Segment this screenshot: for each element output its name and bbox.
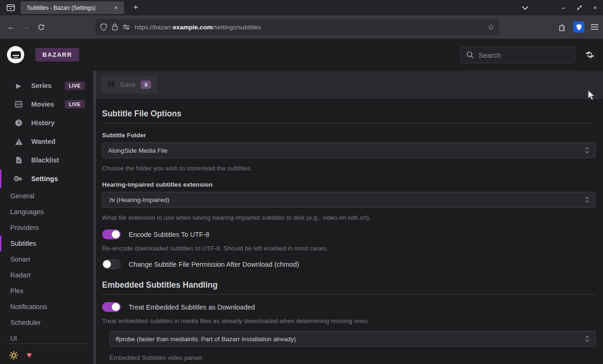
- browser-window: Subtitles - Bazarr (Settings) × + – × ← …: [0, 0, 603, 364]
- subtitle-folder-select[interactable]: AlongSide Media File: [102, 142, 596, 158]
- restore-window-button[interactable]: [571, 5, 587, 11]
- sidebar-item-languages[interactable]: Languages: [0, 204, 93, 220]
- back-icon[interactable]: ←: [4, 20, 19, 34]
- sidebar-item-settings[interactable]: ⚙⚙ Settings: [0, 169, 93, 188]
- section-title: Subtitle File Options: [102, 109, 596, 119]
- theme-sun-icon[interactable]: [9, 351, 18, 360]
- gear-icon[interactable]: [585, 50, 595, 60]
- settings-content: Subtitle File Options Subtitle Folder Al…: [96, 99, 603, 364]
- treat-embedded-help: Treat embedded subtitles in media files …: [102, 317, 596, 324]
- save-button[interactable]: Save 0: [101, 75, 158, 94]
- play-icon: ▶: [14, 82, 23, 89]
- menu-icon[interactable]: [591, 24, 598, 30]
- hi-extension-help: What file extension to use when saving h…: [102, 214, 596, 221]
- bookmark-star-icon[interactable]: ☆: [487, 22, 494, 32]
- forward-icon[interactable]: →: [19, 20, 34, 34]
- sidebar-footer-divider: [5, 344, 89, 344]
- bazarr-logo[interactable]: [7, 46, 24, 63]
- subtitle-folder-help: Choose the folder you wish to store/read…: [102, 165, 596, 172]
- sidebar: ▶ Series LIVE Movies LIVE History Wanted: [0, 71, 93, 364]
- url-bar[interactable]: https://bazarr.example.com/settings/subt…: [96, 19, 499, 35]
- utf8-toggle[interactable]: [102, 229, 121, 239]
- tab-close-icon[interactable]: ×: [113, 4, 119, 11]
- toggle-knob: [112, 230, 120, 238]
- toggle-knob: [112, 303, 120, 311]
- hi-extension-label: Hearing-impaired subtitles extension: [102, 181, 596, 188]
- list-all-tabs-icon[interactable]: [522, 6, 528, 10]
- mouse-cursor: [586, 90, 596, 101]
- close-window-button[interactable]: ×: [587, 4, 603, 11]
- save-count-badge: 0: [141, 81, 151, 89]
- browser-toolbar: ← → https://bazarr.example.com/settings/…: [0, 15, 603, 39]
- brand-badge[interactable]: BAZARR: [35, 48, 79, 61]
- reload-icon[interactable]: [34, 20, 48, 34]
- bitwarden-icon[interactable]: [573, 21, 584, 33]
- section-divider: [102, 123, 596, 123]
- extensions-icon[interactable]: [558, 23, 567, 31]
- firefox-view-icon[interactable]: [3, 2, 19, 14]
- search-placeholder: Search: [479, 51, 501, 59]
- live-badge: LIVE: [65, 81, 85, 90]
- chmod-toggle[interactable]: [102, 259, 121, 269]
- new-tab-button[interactable]: +: [130, 3, 142, 13]
- heart-icon[interactable]: ♥: [27, 350, 32, 360]
- search-input[interactable]: Search: [460, 47, 575, 63]
- sidebar-item-wanted[interactable]: Wanted: [0, 132, 93, 151]
- utf8-toggle-label: Encode Subtitles To UTF-8: [129, 231, 209, 238]
- lock-icon[interactable]: [112, 23, 118, 31]
- hi-extension-select[interactable]: .hi (Hearing-Impaired): [102, 192, 596, 208]
- browser-tab-bar: Subtitles - Bazarr (Settings) × + – ×: [0, 0, 603, 15]
- tab-title: Subtitles - Bazarr (Settings): [27, 5, 108, 11]
- section-title: Embedded Subtitles Handling: [102, 280, 596, 290]
- parser-select[interactable]: ffprobe (faster than mediainfo. Part of …: [110, 331, 596, 347]
- gears-icon: ⚙⚙: [14, 175, 23, 183]
- sidebar-item-plex[interactable]: Plex: [0, 283, 93, 299]
- app-header: BAZARR Search: [0, 39, 603, 71]
- select-chevrons-icon: [585, 196, 589, 203]
- subtitle-folder-label: Subtitle Folder: [102, 132, 596, 139]
- toggle-knob: [103, 260, 111, 268]
- minimize-window-button[interactable]: –: [555, 4, 571, 11]
- sidebar-item-notifications[interactable]: Notifications: [0, 299, 93, 315]
- parser-help: Embedded Subtitles video parser.: [110, 354, 596, 361]
- tracking-shield-icon[interactable]: [100, 23, 107, 31]
- browser-tab[interactable]: Subtitles - Bazarr (Settings) ×: [21, 1, 124, 14]
- utf8-help: Re-encode downloaded subtitles to UTF-8.…: [102, 245, 596, 252]
- save-icon: [108, 81, 115, 88]
- url-text: https://bazarr.example.com/settings/subt…: [135, 24, 484, 31]
- search-icon: [466, 51, 474, 59]
- live-badge: LIVE: [65, 100, 85, 108]
- chmod-toggle-label: Change Subtitle File Permission After Do…: [129, 261, 299, 268]
- warning-icon: [14, 138, 23, 145]
- sidebar-item-series[interactable]: ▶ Series LIVE: [0, 76, 93, 95]
- sidebar-item-history[interactable]: History: [0, 114, 93, 132]
- select-chevrons-icon: [585, 336, 589, 342]
- sidebar-item-subtitles[interactable]: Subtitles: [0, 236, 93, 251]
- treat-embedded-toggle-label: Treat Embedded Subtitles as Downloaded: [129, 303, 255, 311]
- film-icon: [14, 101, 23, 108]
- sidebar-item-blacklist[interactable]: Blacklist: [0, 151, 93, 169]
- settings-toolbar: Save 0: [96, 71, 603, 99]
- select-chevrons-icon: [585, 147, 589, 154]
- sidebar-item-radarr[interactable]: Radarr: [0, 267, 93, 283]
- permissions-icon[interactable]: [123, 24, 130, 30]
- blacklist-file-icon: [14, 156, 23, 164]
- section-divider: [102, 294, 596, 295]
- sidebar-item-providers[interactable]: Providers: [0, 220, 93, 236]
- sidebar-item-movies[interactable]: Movies LIVE: [0, 95, 93, 114]
- sidebar-item-general[interactable]: General: [0, 188, 93, 204]
- sidebar-item-sonarr[interactable]: Sonarr: [0, 251, 93, 267]
- sidebar-item-scheduler[interactable]: Scheduler: [0, 315, 93, 330]
- clock-icon: [14, 119, 23, 127]
- treat-embedded-toggle[interactable]: [102, 302, 121, 312]
